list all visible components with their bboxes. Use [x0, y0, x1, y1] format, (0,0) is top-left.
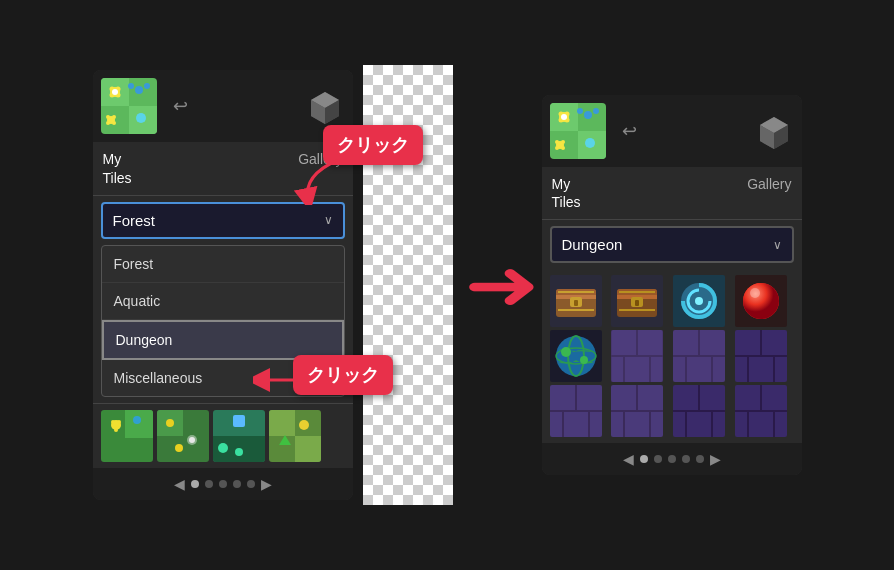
main-container: ↩ My Tiles Gallery	[73, 45, 822, 525]
nav-my-tiles-left[interactable]: My Tiles	[103, 150, 132, 186]
svg-rect-73	[574, 300, 578, 306]
svg-rect-63	[586, 139, 594, 147]
svg-point-96	[580, 356, 588, 364]
svg-point-32	[166, 419, 174, 427]
svg-rect-83	[619, 309, 655, 311]
svg-point-60	[555, 146, 559, 150]
pag-prev-right[interactable]: ◀	[623, 451, 634, 467]
pag-dot-5-right	[696, 455, 704, 463]
svg-point-29	[133, 416, 141, 424]
svg-point-86	[695, 297, 703, 305]
svg-point-16	[112, 121, 116, 125]
pag-dot-2-right	[654, 455, 662, 463]
svg-point-58	[555, 140, 559, 144]
dungeon-tile-floor4[interactable]	[550, 385, 602, 437]
block-icon-left[interactable]	[305, 86, 345, 126]
svg-point-59	[561, 140, 565, 144]
dropdown-item-aquatic[interactable]: Aquatic	[102, 283, 344, 320]
svg-point-61	[561, 146, 565, 150]
left-panel-tile-icon	[101, 78, 157, 134]
svg-rect-18	[137, 114, 145, 122]
svg-point-34	[189, 437, 195, 443]
block-icon-right[interactable]	[754, 111, 794, 151]
right-dropdown-selected: Dungeon	[562, 236, 623, 253]
svg-point-38	[218, 443, 228, 453]
dungeon-tile-floor3[interactable]	[735, 330, 787, 382]
svg-point-53	[561, 114, 567, 120]
left-dropdown-button[interactable]: Forest ∨	[101, 202, 345, 239]
svg-point-27	[114, 428, 118, 432]
nav-my-tiles-right[interactable]: My Tiles	[552, 175, 581, 211]
right-panel: ↩ My Tiles Gallery Dungeon ∨	[542, 95, 802, 475]
left-dropdown-container: Forest ∨	[93, 196, 353, 245]
dropdown-item-forest[interactable]: Forest	[102, 246, 344, 283]
back-icon-right[interactable]: ↩	[614, 115, 646, 147]
pag-dot-3-right	[668, 455, 676, 463]
pag-dot-4-right	[682, 455, 690, 463]
svg-point-55	[593, 108, 599, 114]
right-dropdown-button[interactable]: Dungeon ∨	[550, 226, 794, 263]
pag-dot-1-right	[640, 455, 648, 463]
dungeon-tile-floor1[interactable]	[611, 330, 663, 382]
tile-thumb-3[interactable]	[213, 410, 265, 462]
tile-thumb-4[interactable]	[269, 410, 321, 462]
svg-point-25	[111, 420, 115, 424]
left-panel: ↩ My Tiles Gallery	[93, 70, 353, 499]
left-tiles-row	[93, 403, 353, 468]
left-dropdown-chevron: ∨	[324, 213, 333, 227]
svg-point-9	[135, 86, 143, 94]
dropdown-item-miscellaneous[interactable]: Miscellaneous	[102, 360, 344, 396]
navigation-arrow: ➜	[473, 250, 532, 320]
svg-rect-40	[233, 415, 245, 427]
dungeon-tile-swirl[interactable]	[673, 275, 725, 327]
canvas-area	[363, 65, 453, 505]
left-panel-header: ↩	[93, 70, 353, 142]
svg-point-10	[144, 83, 150, 89]
right-panel-nav: My Tiles Gallery	[542, 167, 802, 220]
dungeon-tile-orb[interactable]	[735, 275, 787, 327]
dungeon-tile-floor5[interactable]	[611, 385, 663, 437]
pag-dot-1-left	[191, 480, 199, 488]
svg-point-90	[750, 288, 760, 298]
svg-point-89	[743, 283, 779, 319]
pag-next-left[interactable]: ▶	[261, 476, 272, 492]
dungeon-tile-floor6[interactable]	[673, 385, 725, 437]
back-icon-left[interactable]: ↩	[165, 90, 197, 122]
right-dropdown-chevron: ∨	[773, 238, 782, 252]
tile-thumb-1[interactable]	[101, 410, 153, 462]
left-pagination: ◀ ▶	[93, 468, 353, 500]
svg-point-44	[299, 420, 309, 430]
dungeon-tile-chest2[interactable]	[611, 275, 663, 327]
dungeon-tile-chest1[interactable]	[550, 275, 602, 327]
left-panel-wrapper: ↩ My Tiles Gallery	[93, 70, 353, 499]
tile-thumb-2[interactable]	[157, 410, 209, 462]
dropdown-item-dungeon[interactable]: Dungeon	[102, 320, 344, 360]
svg-point-8	[112, 89, 118, 95]
pag-dot-4-left	[233, 480, 241, 488]
pag-prev-left[interactable]: ◀	[174, 476, 185, 492]
svg-point-11	[128, 83, 134, 89]
svg-point-14	[112, 115, 116, 119]
dungeon-tile-floor7[interactable]	[735, 385, 787, 437]
svg-rect-74	[558, 291, 594, 293]
left-dropdown-selected: Forest	[113, 212, 156, 229]
right-dropdown-container: Dungeon ∨	[542, 220, 802, 269]
pag-next-right[interactable]: ▶	[710, 451, 721, 467]
dungeon-tile-floor2[interactable]	[673, 330, 725, 382]
pag-dot-5-left	[247, 480, 255, 488]
dungeon-tile-globe[interactable]	[550, 330, 602, 382]
svg-rect-81	[635, 300, 639, 306]
nav-gallery-left[interactable]: Gallery	[298, 150, 342, 186]
svg-rect-42	[269, 410, 295, 436]
right-tiles-grid	[542, 269, 802, 443]
right-arrow-icon: ➜	[464, 250, 541, 320]
svg-point-54	[584, 111, 592, 119]
svg-point-35	[175, 444, 183, 452]
svg-rect-110	[673, 330, 725, 382]
svg-rect-43	[295, 436, 321, 462]
nav-gallery-right[interactable]: Gallery	[747, 175, 791, 211]
checkered-canvas	[363, 65, 453, 505]
left-dropdown-menu: Forest Aquatic Dungeon Miscellaneous	[101, 245, 345, 397]
svg-point-56	[577, 108, 583, 114]
svg-rect-28	[125, 410, 153, 438]
